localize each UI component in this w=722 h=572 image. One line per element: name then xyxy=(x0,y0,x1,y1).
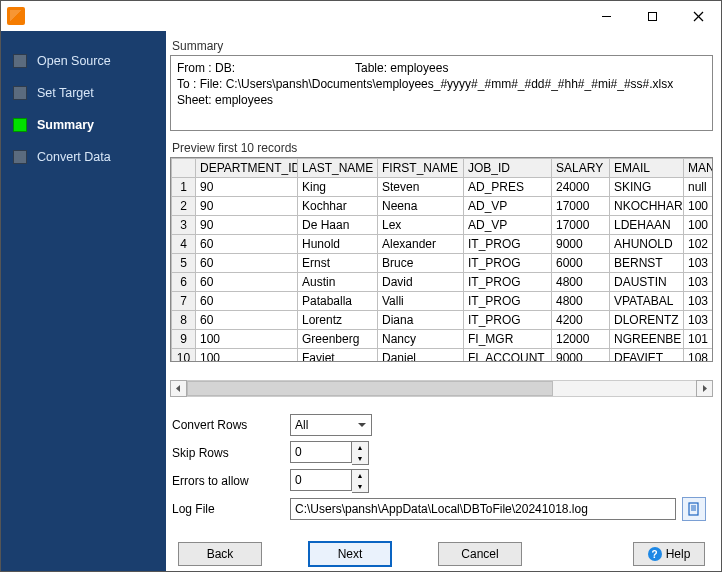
table-cell[interactable]: Lorentz xyxy=(298,310,378,329)
browse-logfile-button[interactable] xyxy=(682,497,706,521)
table-cell[interactable]: AD_PRES xyxy=(464,177,552,196)
table-cell[interactable]: 60 xyxy=(196,291,298,310)
table-cell[interactable]: LDEHAAN xyxy=(610,215,684,234)
convert-rows-select[interactable] xyxy=(290,414,372,436)
step-summary[interactable]: Summary xyxy=(1,109,166,141)
preview-table[interactable]: DEPARTMENT_ID LAST_NAME FIRST_NAME JOB_I… xyxy=(170,157,713,362)
table-row[interactable]: 10100FavietDanielFI_ACCOUNT9000DFAVIET10… xyxy=(172,348,714,362)
table-cell[interactable]: 4800 xyxy=(552,272,610,291)
table-cell[interactable]: NGREENBE xyxy=(610,329,684,348)
table-cell[interactable]: null xyxy=(684,177,714,196)
table-cell[interactable]: IT_PROG xyxy=(464,234,552,253)
skip-rows-spinner[interactable] xyxy=(290,441,352,463)
table-cell[interactable]: 102 xyxy=(684,234,714,253)
table-cell[interactable]: Valli xyxy=(378,291,464,310)
table-cell[interactable]: DAUSTIN xyxy=(610,272,684,291)
table-cell[interactable]: Faviet xyxy=(298,348,378,362)
table-cell[interactable]: Diana xyxy=(378,310,464,329)
next-button[interactable]: Next xyxy=(308,541,392,567)
table-row[interactable]: 460HunoldAlexanderIT_PROG9000AHUNOLD102 xyxy=(172,234,714,253)
table-cell[interactable]: NKOCHHAR xyxy=(610,196,684,215)
table-cell[interactable]: 17000 xyxy=(552,215,610,234)
table-cell[interactable]: Greenberg xyxy=(298,329,378,348)
table-cell[interactable]: VPATABAL xyxy=(610,291,684,310)
table-cell[interactable]: Steven xyxy=(378,177,464,196)
table-cell[interactable]: FI_ACCOUNT xyxy=(464,348,552,362)
errors-spinner[interactable] xyxy=(290,469,352,491)
spin-down-icon[interactable]: ▼ xyxy=(352,481,368,492)
table-cell[interactable]: 24000 xyxy=(552,177,610,196)
table-cell[interactable]: 103 xyxy=(684,272,714,291)
table-cell[interactable]: 4800 xyxy=(552,291,610,310)
table-cell[interactable]: Pataballa xyxy=(298,291,378,310)
help-button[interactable]: ? Help xyxy=(633,542,705,566)
maximize-button[interactable] xyxy=(629,1,675,31)
table-cell[interactable]: IT_PROG xyxy=(464,272,552,291)
table-cell[interactable]: 60 xyxy=(196,310,298,329)
cancel-button[interactable]: Cancel xyxy=(438,542,522,566)
table-cell[interactable]: AD_VP xyxy=(464,196,552,215)
table-cell[interactable]: Alexander xyxy=(378,234,464,253)
table-cell[interactable]: King xyxy=(298,177,378,196)
table-cell[interactable]: IT_PROG xyxy=(464,253,552,272)
table-row[interactable]: 760PataballaValliIT_PROG4800VPATABAL103 xyxy=(172,291,714,310)
spin-down-icon[interactable]: ▼ xyxy=(352,453,368,464)
col-header[interactable]: SALARY xyxy=(552,158,610,177)
table-cell[interactable]: Ernst xyxy=(298,253,378,272)
table-cell[interactable]: 100 xyxy=(196,329,298,348)
table-cell[interactable]: Bruce xyxy=(378,253,464,272)
col-header[interactable]: MANAG xyxy=(684,158,714,177)
table-row[interactable]: 560ErnstBruceIT_PROG6000BERNST103 xyxy=(172,253,714,272)
table-row[interactable]: 660AustinDavidIT_PROG4800DAUSTIN103 xyxy=(172,272,714,291)
table-cell[interactable]: IT_PROG xyxy=(464,310,552,329)
spin-up-icon[interactable]: ▲ xyxy=(352,442,368,453)
table-cell[interactable]: AD_VP xyxy=(464,215,552,234)
table-cell[interactable]: IT_PROG xyxy=(464,291,552,310)
table-row[interactable]: 290KochharNeenaAD_VP17000NKOCHHAR100 xyxy=(172,196,714,215)
table-cell[interactable]: 103 xyxy=(684,253,714,272)
table-cell[interactable]: Austin xyxy=(298,272,378,291)
scroll-right-button[interactable] xyxy=(696,380,713,397)
table-cell[interactable]: 6000 xyxy=(552,253,610,272)
table-cell[interactable]: 17000 xyxy=(552,196,610,215)
table-row[interactable]: 390De HaanLexAD_VP17000LDEHAAN100 xyxy=(172,215,714,234)
table-cell[interactable]: 60 xyxy=(196,272,298,291)
col-header[interactable]: FIRST_NAME xyxy=(378,158,464,177)
table-cell[interactable]: 100 xyxy=(684,215,714,234)
table-cell[interactable]: Lex xyxy=(378,215,464,234)
table-cell[interactable]: David xyxy=(378,272,464,291)
table-cell[interactable]: FI_MGR xyxy=(464,329,552,348)
col-header[interactable]: EMAIL xyxy=(610,158,684,177)
scroll-thumb[interactable] xyxy=(187,381,553,396)
table-cell[interactable]: DLORENTZ xyxy=(610,310,684,329)
table-cell[interactable]: DFAVIET xyxy=(610,348,684,362)
table-row[interactable]: 860LorentzDianaIT_PROG4200DLORENTZ103 xyxy=(172,310,714,329)
step-open-source[interactable]: Open Source xyxy=(1,45,166,77)
table-cell[interactable]: Nancy xyxy=(378,329,464,348)
table-cell[interactable]: BERNST xyxy=(610,253,684,272)
step-convert-data[interactable]: Convert Data xyxy=(1,141,166,173)
table-cell[interactable]: 101 xyxy=(684,329,714,348)
close-button[interactable] xyxy=(675,1,721,31)
table-cell[interactable]: 103 xyxy=(684,310,714,329)
table-row[interactable]: 190KingStevenAD_PRES24000SKINGnull xyxy=(172,177,714,196)
table-row[interactable]: 9100GreenbergNancyFI_MGR12000NGREENBE101 xyxy=(172,329,714,348)
table-cell[interactable]: 60 xyxy=(196,253,298,272)
back-button[interactable]: Back xyxy=(178,542,262,566)
table-cell[interactable]: Daniel xyxy=(378,348,464,362)
table-cell[interactable]: 9000 xyxy=(552,348,610,362)
col-header[interactable]: JOB_ID xyxy=(464,158,552,177)
table-cell[interactable]: 90 xyxy=(196,177,298,196)
table-cell[interactable]: 103 xyxy=(684,291,714,310)
table-cell[interactable]: 100 xyxy=(196,348,298,362)
table-cell[interactable]: 4200 xyxy=(552,310,610,329)
scroll-left-button[interactable] xyxy=(170,380,187,397)
table-cell[interactable]: AHUNOLD xyxy=(610,234,684,253)
table-cell[interactable]: 108 xyxy=(684,348,714,362)
spin-up-icon[interactable]: ▲ xyxy=(352,470,368,481)
table-cell[interactable]: 90 xyxy=(196,215,298,234)
col-header[interactable]: DEPARTMENT_ID xyxy=(196,158,298,177)
table-cell[interactable]: Neena xyxy=(378,196,464,215)
scroll-track[interactable] xyxy=(187,380,696,397)
col-header[interactable]: LAST_NAME xyxy=(298,158,378,177)
